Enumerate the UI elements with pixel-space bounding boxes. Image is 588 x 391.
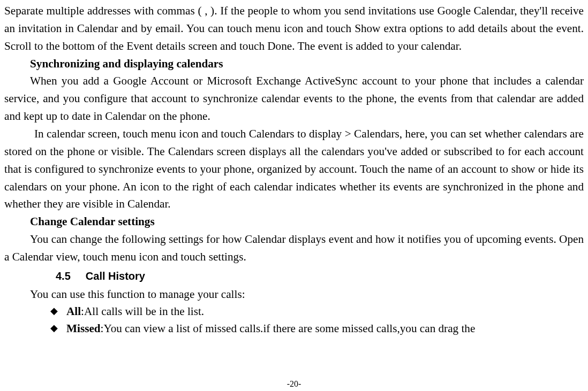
paragraph-change-settings: You can change the following settings fo… [4, 231, 584, 266]
section-heading: 4.5Call History [4, 270, 584, 282]
heading-change-settings: Change Calendar settings [4, 213, 584, 231]
paragraph-intro: Separate multiple addresses with commas … [4, 2, 584, 55]
section-title: Call History [86, 270, 145, 282]
list-item-text: :All calls will be in the list. [81, 305, 204, 318]
heading-change-settings-text: Change Calendar settings [30, 215, 155, 228]
list-item: Missed:You can view a list of missed cal… [4, 320, 584, 338]
list-item-label: All [66, 305, 81, 318]
list-item-label: Missed [66, 322, 101, 335]
list-item-text: :You can view a list of missed calls.if … [101, 322, 476, 335]
heading-sync-text: Synchronizing and displaying calendars [30, 57, 223, 70]
page-number: -20- [0, 379, 588, 389]
list-item: All:All calls will be in the list. [4, 303, 584, 320]
bullet-list: All:All calls will be in the list. Misse… [4, 303, 584, 338]
section-number: 4.5 [56, 270, 71, 282]
heading-sync-display: Synchronizing and displaying calendars [4, 55, 584, 73]
paragraph-sync-2: In calendar screen, touch menu icon and … [4, 125, 584, 213]
document-page: Separate multiple addresses with commas … [0, 0, 588, 391]
paragraph-calls-intro: You can use this function to manage your… [4, 286, 584, 303]
paragraph-sync-1: When you add a Google Account or Microso… [4, 72, 584, 125]
